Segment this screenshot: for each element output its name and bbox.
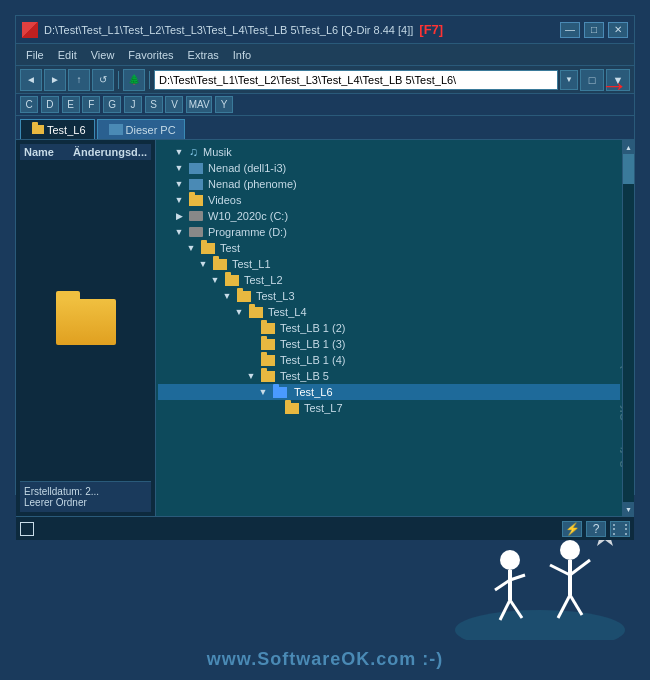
tree-item-videos[interactable]: ▼ Videos xyxy=(158,192,620,208)
scrollbar-thumb[interactable] xyxy=(623,154,634,184)
expand-icon: ▼ xyxy=(256,385,270,399)
folder-icon xyxy=(261,323,275,334)
tree-item-lb1-3[interactable]: ▶ Test_LB 1 (3) xyxy=(158,336,620,352)
music-icon: ♫ xyxy=(189,145,198,159)
menu-favorites[interactable]: Favorites xyxy=(122,47,179,63)
expand-icon: ▼ xyxy=(196,257,210,271)
back-button[interactable]: ◄ xyxy=(20,69,42,91)
tree-scrollbar[interactable]: ▲ ▼ xyxy=(622,140,634,516)
col-name: Name xyxy=(24,146,54,158)
svg-line-9 xyxy=(550,565,570,575)
tree-label: Test_L3 xyxy=(256,290,295,302)
folder-icon-tab xyxy=(32,125,44,134)
lightning-btn[interactable]: ⚡ xyxy=(562,521,582,537)
drive-g[interactable]: G xyxy=(103,96,121,113)
tree-item-lb5[interactable]: ▼ Test_LB 5 xyxy=(158,368,620,384)
tree-label: Nenad (phenome) xyxy=(208,178,297,190)
folder-icon xyxy=(225,275,239,286)
close-button[interactable]: ✕ xyxy=(608,22,628,38)
address-bar[interactable]: D:\Test\Test_L1\Test_L2\Test_L3\Test_L4\… xyxy=(154,70,558,90)
tab-dieser-pc[interactable]: Dieser PC xyxy=(97,119,185,139)
tree-label: Test_LB 1 (2) xyxy=(280,322,345,334)
expand-icon: ▼ xyxy=(244,369,258,383)
drive-mav[interactable]: MAV xyxy=(186,96,212,113)
svg-line-3 xyxy=(495,580,510,590)
folder-icon xyxy=(237,291,251,302)
drive-e[interactable]: E xyxy=(62,96,80,113)
title-bar: D:\Test\Test_L1\Test_L2\Test_L3\Test_L4\… xyxy=(16,16,634,44)
tree-item-lb1-2[interactable]: ▶ Test_LB 1 (2) xyxy=(158,320,620,336)
folder-icon xyxy=(261,339,275,350)
tree-label: W10_2020c (C:) xyxy=(208,210,288,222)
menu-edit[interactable]: Edit xyxy=(52,47,83,63)
up-button[interactable]: ↑ xyxy=(68,69,90,91)
tree-item-nenad-dell[interactable]: ▼ Nenad (dell1-i3) xyxy=(158,160,620,176)
svg-point-1 xyxy=(500,550,520,570)
drive-c[interactable]: C xyxy=(20,96,38,113)
tree-label: Musik xyxy=(203,146,232,158)
app-icon xyxy=(22,22,38,38)
scrollbar-track xyxy=(623,154,634,502)
pc-icon xyxy=(109,124,123,135)
expand-icon: ▼ xyxy=(172,145,186,159)
red-arrow-indicator: → xyxy=(600,72,628,100)
tree-label: Test_L4 xyxy=(268,306,307,318)
svg-point-0 xyxy=(455,610,625,640)
svg-point-7 xyxy=(560,540,580,560)
drive-y[interactable]: Y xyxy=(215,96,233,113)
tree-item-d[interactable]: ▼ Programme (D:) xyxy=(158,224,620,240)
drive-tabs-group: C D E F G J S V MAV Y xyxy=(20,96,233,113)
window-title: D:\Test\Test_L1\Test_L2\Test_L3\Test_L4\… xyxy=(44,24,413,36)
drive-s[interactable]: S xyxy=(145,96,163,113)
folder-icon xyxy=(213,259,227,270)
tree-label: Test xyxy=(220,242,240,254)
expand-icon: ▼ xyxy=(232,305,246,319)
main-window: D:\Test\Test_L1\Test_L2\Test_L3\Test_L4\… xyxy=(15,15,635,495)
refresh-button[interactable]: ↺ xyxy=(92,69,114,91)
info-box: Erstelldatum: 2... Leerer Ordner xyxy=(20,481,151,512)
body-watermark: www.SoftwareOK.com :-) xyxy=(0,649,650,670)
tree-item-test-l7[interactable]: ▶ Test_L7 xyxy=(158,400,620,416)
folder-preview xyxy=(20,162,151,481)
address-dropdown[interactable]: ▼ xyxy=(560,70,578,90)
folder-icon xyxy=(261,355,275,366)
menu-extras[interactable]: Extras xyxy=(182,47,225,63)
menu-view[interactable]: View xyxy=(85,47,121,63)
tree-item-test-l2[interactable]: ▼ Test_L2 xyxy=(158,272,620,288)
title-controls: — □ ✕ xyxy=(560,22,628,38)
maximize-button[interactable]: □ xyxy=(584,22,604,38)
tree-item-test-l6[interactable]: ▼ Test_L6 xyxy=(158,384,620,400)
tree-label: Test_LB 5 xyxy=(280,370,329,382)
tree-item-test-l1[interactable]: ▼ Test_L1 xyxy=(158,256,620,272)
tree-label: Test_LB 1 (4) xyxy=(280,354,345,366)
menu-info[interactable]: Info xyxy=(227,47,257,63)
tab-test-l6-label: Test_L6 xyxy=(47,124,86,136)
drive-v[interactable]: V xyxy=(165,96,183,113)
drive-j[interactable]: J xyxy=(124,96,142,113)
scrollbar-down[interactable]: ▼ xyxy=(623,502,634,516)
tree-item-test-l4[interactable]: ▼ Test_L4 xyxy=(158,304,620,320)
folder-icon xyxy=(285,403,299,414)
tree-item-musik[interactable]: ▼ ♫ Musik xyxy=(158,144,620,160)
tree-item-lb1-4[interactable]: ▶ Test_LB 1 (4) xyxy=(158,352,620,368)
grid-btn[interactable]: ⋮⋮ xyxy=(610,521,630,537)
forward-button[interactable]: ► xyxy=(44,69,66,91)
tree-item-test[interactable]: ▼ Test xyxy=(158,240,620,256)
tree-item-test-l3[interactable]: ▼ Test_L3 xyxy=(158,288,620,304)
tree-item-c[interactable]: ▶ W10_2020c (C:) xyxy=(158,208,620,224)
menu-file[interactable]: File xyxy=(20,47,50,63)
tree-item-nenad-phen[interactable]: ▼ Nenad (phenome) xyxy=(158,176,620,192)
scrollbar-up[interactable]: ▲ xyxy=(623,140,634,154)
tree-label: Nenad (dell1-i3) xyxy=(208,162,286,174)
menu-bar: File Edit View Favorites Extras Info xyxy=(16,44,634,66)
bottom-checkbox[interactable] xyxy=(20,522,34,536)
column-headers: Name Änderungsd... xyxy=(20,144,151,160)
f7-label: [F7] xyxy=(419,22,443,37)
expand-icon: ▼ xyxy=(172,225,186,239)
drive-d[interactable]: D xyxy=(41,96,59,113)
minimize-button[interactable]: — xyxy=(560,22,580,38)
tab-test-l6[interactable]: Test_L6 xyxy=(20,119,95,139)
drive-f[interactable]: F xyxy=(82,96,100,113)
tree-toggle[interactable]: 🌲 xyxy=(123,69,145,91)
help-btn[interactable]: ? xyxy=(586,521,606,537)
